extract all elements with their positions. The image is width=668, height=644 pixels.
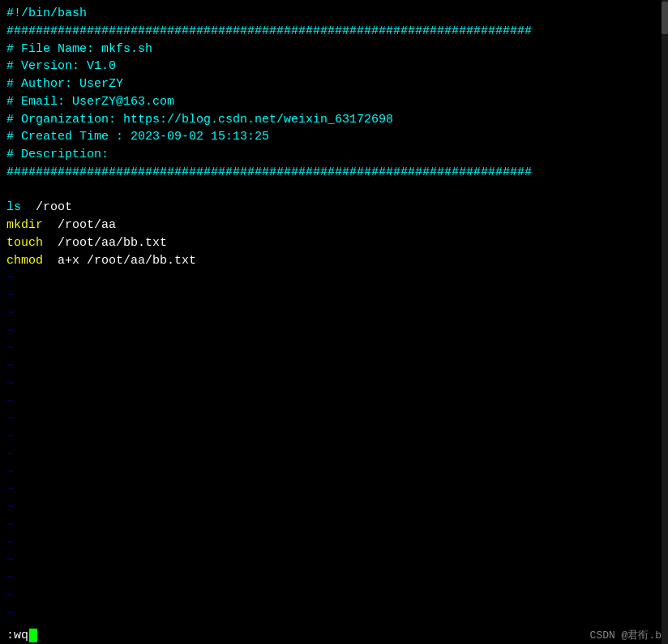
line-version: # Version: V1.0	[6, 58, 662, 75]
line-email: # Email: UserZY@163.com	[6, 93, 662, 111]
line-blank1	[6, 182, 662, 200]
cursor-block	[29, 629, 37, 642]
line-touch: touch /root/aa/bb.txt	[6, 234, 662, 252]
command-text: :wq	[6, 629, 28, 642]
tilde-8: ~	[6, 393, 662, 411]
tilde-18: ~	[6, 569, 662, 587]
tilde-4: ~	[6, 323, 662, 341]
terminal-window: #!/bin/bash ############################…	[0, 0, 668, 644]
tilde-14: ~	[6, 499, 662, 517]
tilde-6: ~	[6, 358, 662, 376]
tilde-11: ~	[6, 446, 662, 464]
tilde-3: ~	[6, 305, 662, 323]
tilde-15: ~	[6, 517, 662, 535]
line-mkdir: mkdir /root/aa	[6, 217, 662, 234]
scrollbar[interactable]	[662, 0, 668, 644]
line-filename: # File Name: mkfs.sh	[6, 41, 662, 58]
tilde-7: ~	[6, 376, 662, 393]
tilde-9: ~	[6, 410, 662, 428]
line-org: # Organization: https://blog.csdn.net/we…	[6, 111, 662, 129]
line-shebang: #!/bin/bash	[6, 5, 662, 23]
tilde-5: ~	[6, 340, 662, 358]
tilde-17: ~	[6, 552, 662, 569]
watermark: CSDN @君衔.b	[590, 628, 662, 642]
vim-command[interactable]: :wq	[6, 629, 37, 642]
line-created: # Created Time : 2023-09-02 15:13:25	[6, 128, 662, 146]
line-author: # Author: UserZY	[6, 75, 662, 93]
tilde-10: ~	[6, 428, 662, 446]
tilde-20: ~	[6, 605, 662, 623]
line-chmod: chmod a+x /root/aa/bb.txt	[6, 252, 662, 270]
line-desc: # Description:	[6, 146, 662, 164]
tilde-19: ~	[6, 587, 662, 605]
tilde-2: ~	[6, 287, 662, 305]
line-hash2: ########################################…	[6, 164, 662, 182]
line-hash1: ########################################…	[6, 23, 662, 41]
tilde-1: ~	[6, 269, 662, 287]
line-ls: ls /root	[6, 199, 662, 217]
tilde-16: ~	[6, 535, 662, 552]
tilde-13: ~	[6, 481, 662, 499]
scrollbar-thumb[interactable]	[662, 2, 668, 34]
statusbar: :wq CSDN @君衔.b	[0, 626, 668, 644]
tilde-12: ~	[6, 464, 662, 482]
